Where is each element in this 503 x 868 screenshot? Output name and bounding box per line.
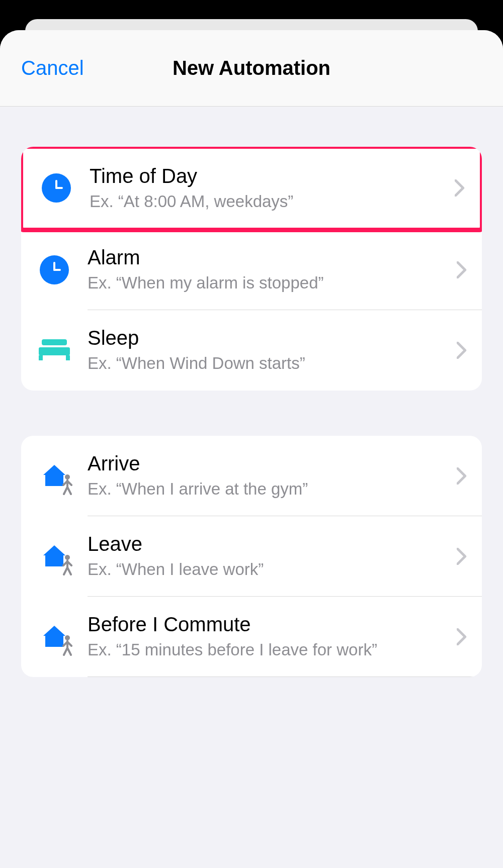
row-subtitle: Ex. “When Wind Down starts”	[88, 353, 447, 374]
row-text: Arrive Ex. “When I arrive at the gym”	[88, 451, 457, 500]
person-icon	[60, 474, 74, 497]
chevron-right-icon	[457, 342, 467, 359]
modal-header: Cancel New Automation	[0, 30, 503, 107]
svg-rect-3	[66, 355, 70, 360]
row-text: Time of Day Ex. “At 8:00 AM, weekdays”	[90, 164, 455, 213]
trigger-row-before-commute[interactable]: Before I Commute Ex. “15 minutes before …	[21, 597, 482, 677]
cancel-button[interactable]: Cancel	[21, 57, 84, 79]
row-text: Before I Commute Ex. “15 minutes before …	[88, 612, 457, 661]
svg-rect-0	[42, 339, 67, 345]
svg-rect-2	[39, 355, 43, 360]
row-title: Alarm	[88, 245, 447, 269]
modal-sheet: Cancel New Automation Time of Day Ex. “A…	[0, 30, 503, 868]
svg-point-5	[65, 555, 70, 560]
row-subtitle: Ex. “When my alarm is stopped”	[88, 272, 447, 294]
content-area: Time of Day Ex. “At 8:00 AM, weekdays” A…	[0, 107, 503, 677]
chevron-right-icon	[457, 628, 467, 645]
chevron-right-icon	[457, 261, 467, 278]
svg-point-4	[65, 474, 70, 479]
trigger-row-time-of-day[interactable]: Time of Day Ex. “At 8:00 AM, weekdays”	[21, 147, 482, 232]
trigger-row-sleep[interactable]: Sleep Ex. “When Wind Down starts”	[21, 310, 482, 391]
row-subtitle: Ex. “At 8:00 AM, weekdays”	[90, 191, 445, 213]
row-subtitle: Ex. “When I leave work”	[88, 559, 447, 581]
row-text: Alarm Ex. “When my alarm is stopped”	[88, 245, 457, 294]
clock-icon	[36, 252, 72, 288]
row-subtitle: Ex. “When I arrive at the gym”	[88, 478, 447, 500]
home-leave-icon	[36, 538, 72, 574]
row-title: Sleep	[88, 326, 447, 350]
trigger-group-time: Time of Day Ex. “At 8:00 AM, weekdays” A…	[21, 147, 482, 391]
chevron-right-icon	[457, 467, 467, 485]
trigger-row-alarm[interactable]: Alarm Ex. “When my alarm is stopped”	[21, 230, 482, 310]
trigger-group-location: Arrive Ex. “When I arrive at the gym”	[21, 436, 482, 677]
row-subtitle: Ex. “15 minutes before I leave for work”	[88, 639, 447, 661]
trigger-row-leave[interactable]: Leave Ex. “When I leave work”	[21, 516, 482, 597]
svg-rect-1	[39, 347, 70, 355]
row-title: Time of Day	[90, 164, 445, 188]
svg-point-6	[65, 635, 70, 640]
clock-icon	[38, 170, 74, 206]
home-arrive-icon	[36, 458, 72, 494]
chevron-right-icon	[455, 179, 465, 197]
row-title: Before I Commute	[88, 612, 447, 636]
home-commute-icon	[36, 619, 72, 655]
person-icon	[60, 635, 74, 658]
row-text: Leave Ex. “When I leave work”	[88, 532, 457, 581]
chevron-right-icon	[457, 548, 467, 565]
trigger-row-arrive[interactable]: Arrive Ex. “When I arrive at the gym”	[21, 436, 482, 516]
divider	[88, 677, 482, 677]
row-text: Sleep Ex. “When Wind Down starts”	[88, 326, 457, 374]
bed-icon	[36, 332, 72, 368]
row-title: Arrive	[88, 451, 447, 475]
person-icon	[60, 554, 74, 577]
row-title: Leave	[88, 532, 447, 556]
